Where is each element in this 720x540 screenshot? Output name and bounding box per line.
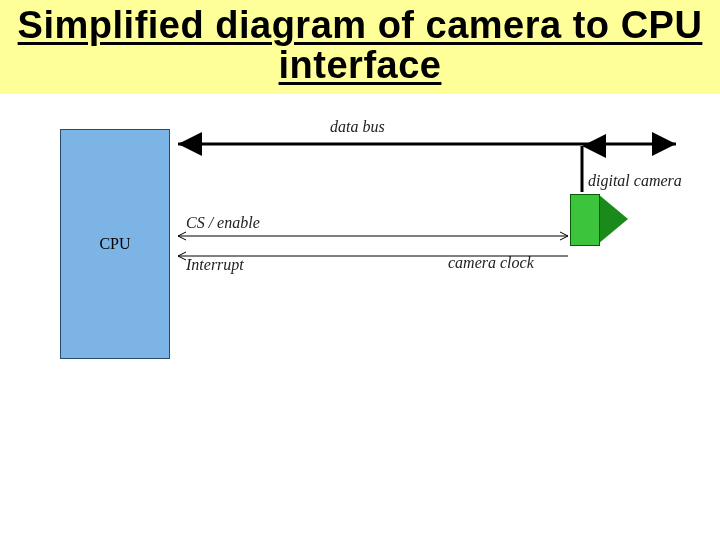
camera-label: digital camera	[588, 172, 682, 190]
title-band: Simplified diagram of camera to CPU inte…	[0, 0, 720, 94]
page-title: Simplified diagram of camera to CPU inte…	[18, 4, 703, 86]
camera-block	[570, 194, 600, 246]
interrupt-label: Interrupt	[186, 256, 244, 274]
camera-lens-icon	[598, 194, 628, 244]
interrupt-line	[0, 94, 720, 394]
camera-clock-label: camera clock	[448, 254, 534, 272]
diagram-stage: CPU data bus CS	[0, 94, 720, 514]
